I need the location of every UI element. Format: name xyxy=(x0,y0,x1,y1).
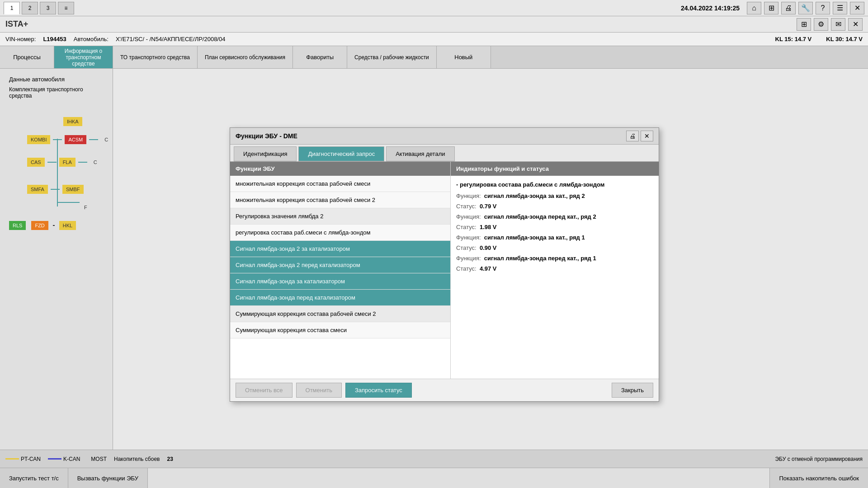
status-panel: Индикаторы функций и статуса - регулиров… xyxy=(451,162,659,379)
status-stat-row-1: Статус: 1.98 V xyxy=(456,224,653,230)
request-status-button[interactable]: Запросить статус xyxy=(345,383,412,398)
ecu-cancel-label: ЭБУ с отменой программирования xyxy=(775,456,863,462)
show-accumulator-button[interactable]: Показать накопитель ошибок xyxy=(769,468,868,488)
node-smfa[interactable]: SMFA xyxy=(27,185,48,194)
node-cas[interactable]: CAS xyxy=(27,158,45,167)
sidebar-item-car-data[interactable]: Данные автомобиля xyxy=(5,74,107,84)
ptcan-label: PT-CAN xyxy=(21,456,41,462)
functions-panel: Функции ЭБУ множительная коррекция соста… xyxy=(230,162,451,379)
tab-list[interactable]: ≡ xyxy=(58,2,74,14)
ptcan-line xyxy=(5,458,19,460)
nav-tab-favorites[interactable]: Фавориты xyxy=(293,46,347,68)
car-value: X'/E71/SC/ - /N54/АКПП/ЕСЕ/ЛР/2008/04 xyxy=(116,36,226,42)
grid-icon[interactable]: ⊞ xyxy=(764,2,778,14)
function-item-1[interactable]: множительная коррекция состава рабочей с… xyxy=(230,192,450,208)
status-stat-row-0: Статус: 0.79 V xyxy=(456,203,653,210)
nav-tab-resources[interactable]: Средства / рабочие жидкости xyxy=(347,46,437,68)
node-smbf[interactable]: SMBF xyxy=(62,185,84,194)
nav-tab-to[interactable]: ТО транспортного средства xyxy=(113,46,198,68)
status-stat-label-2: Статус: xyxy=(456,244,476,251)
dialog-title-icons: 🖨 ✕ xyxy=(626,131,653,141)
grid2-icon[interactable]: ⊞ xyxy=(797,18,811,31)
app-title: ISTA+ xyxy=(5,19,28,29)
status-row-0: Функция: сигнал лямбда-зонда за кат., ря… xyxy=(456,192,653,199)
status-func-value-0: сигнал лямбда-зонда за кат., ряд 2 xyxy=(484,192,585,199)
sidebar: Данные автомобиля Комплектация транспорт… xyxy=(0,69,113,450)
dialog-functions: Функции ЭБУ - DME 🖨 ✕ Идентификация Диаг… xyxy=(230,127,659,402)
top-bar: 1 2 3 ≡ 24.04.2022 14:19:25 ⌂ ⊞ 🖨 🔧 ? ☰ … xyxy=(0,0,868,16)
function-item-8[interactable]: Суммирующая коррекция состава рабочей см… xyxy=(230,306,450,322)
node-rls[interactable]: RLS xyxy=(9,221,26,230)
kl30: KL 30: 14.7 V xyxy=(826,36,863,42)
second-bar-icons: ⊞ ⚙ ✉ ✕ xyxy=(797,18,863,31)
close-dialog-button[interactable]: Закрыть xyxy=(612,383,653,398)
node-kombi[interactable]: KOMBI xyxy=(27,135,50,144)
close-icon[interactable]: ✕ xyxy=(850,2,864,14)
kl15: KL 15: 14.7 V xyxy=(775,36,812,42)
functions-header: Функции ЭБУ xyxy=(230,162,450,176)
tab-1[interactable]: 1 xyxy=(4,2,20,14)
status-header: Индикаторы функций и статуса xyxy=(451,162,659,176)
cancel-button[interactable]: Отменить xyxy=(296,383,342,398)
settings-icon[interactable]: ⚙ xyxy=(814,18,828,31)
email-icon[interactable]: ✉ xyxy=(831,18,845,31)
node-fla[interactable]: FLA xyxy=(59,158,75,167)
nav-tab-info[interactable]: Информация о транспортном средстве xyxy=(54,46,113,68)
status-stat-label-1: Статус: xyxy=(456,224,476,230)
cancel-all-button[interactable]: Отменить все xyxy=(236,383,292,398)
status-stat-value-2: 0.90 V xyxy=(480,244,497,251)
status-stat-value-3: 4.97 V xyxy=(480,265,497,272)
sidebar-item-equipment[interactable]: Комплектация транспортного средства xyxy=(5,84,107,101)
print-icon[interactable]: 🖨 xyxy=(781,2,796,14)
sidebar-menu: Данные автомобиля Комплектация транспорт… xyxy=(4,72,109,103)
function-item-4[interactable]: Сигнал лямбда-зонда 2 за катализатором xyxy=(230,241,450,257)
tools-icon[interactable]: 🔧 xyxy=(798,2,813,14)
nav-tab-new[interactable]: Новый xyxy=(437,46,491,68)
status-func-label-0: Функция: xyxy=(456,192,481,199)
status-func-label-1: Функция: xyxy=(456,213,481,220)
tab-2[interactable]: 2 xyxy=(22,2,38,14)
content-area: Функции ЭБУ - DME 🖨 ✕ Идентификация Диаг… xyxy=(113,69,868,450)
node-ihka[interactable]: IHKA xyxy=(63,117,82,126)
datetime: 24.04.2022 14:19:25 xyxy=(681,5,740,12)
dialog-tab-diagnostic[interactable]: Диагностический запрос xyxy=(298,146,384,161)
node-c1: C xyxy=(101,135,110,144)
call-functions-button[interactable]: Вызвать функции ЭБУ xyxy=(68,468,148,488)
help-icon[interactable]: ? xyxy=(816,2,830,14)
status-stat-label-3: Статус: xyxy=(456,265,476,272)
tab-3[interactable]: 3 xyxy=(40,2,56,14)
nav-tabs: Процессы Информация о транспортном средс… xyxy=(0,46,868,69)
accumulator-label: Накопитель сбоев xyxy=(114,456,160,462)
function-item-7[interactable]: Сигнал лямбда-зонда перед катализатором xyxy=(230,290,450,306)
top-icons: ⌂ ⊞ 🖨 🔧 ? ☰ ✕ xyxy=(747,2,864,14)
run-test-button[interactable]: Запустить тест т/с xyxy=(0,468,68,488)
function-item-6[interactable]: Сигнал лямбда-зонда за катализатором xyxy=(230,273,450,290)
car-label: Автомобиль: xyxy=(74,36,108,42)
kcan-label: K-CAN xyxy=(63,456,80,462)
node-acsm[interactable]: ACSM xyxy=(65,135,86,144)
dialog-title: Функции ЭБУ - DME xyxy=(236,132,297,140)
close2-icon[interactable]: ✕ xyxy=(848,18,863,31)
function-item-9[interactable]: Суммирующая коррекция состава смеси xyxy=(230,322,450,338)
node-c2: C xyxy=(90,158,99,167)
function-item-5[interactable]: Сигнал лямбда-зонда 2 перед катализаторо… xyxy=(230,257,450,273)
dialog-tab-activation[interactable]: Активация детали xyxy=(386,146,454,161)
node-fzd[interactable]: FZD xyxy=(31,221,48,230)
home-icon[interactable]: ⌂ xyxy=(747,2,761,14)
dialog-tab-identification[interactable]: Идентификация xyxy=(234,146,297,161)
status-title: - регулировка состава раб.смеси с лямбда… xyxy=(456,181,653,188)
status-row-2: Функция: сигнал лямбда-зонда за кат., ря… xyxy=(456,234,653,241)
menu-icon[interactable]: ☰ xyxy=(833,2,847,14)
vin-bar: VIN-номер: L194453 Автомобиль: X'/E71/SC… xyxy=(0,33,868,46)
accumulator-value: 23 xyxy=(167,456,173,462)
function-item-2[interactable]: Регулировка значения лямбда 2 xyxy=(230,208,450,225)
dialog-print-icon[interactable]: 🖨 xyxy=(626,131,639,141)
kcan-line xyxy=(48,458,61,460)
function-item-0[interactable]: множительная коррекция состава рабочей с… xyxy=(230,176,450,192)
nav-tab-plan[interactable]: План сервисного обслуживания xyxy=(198,46,293,68)
nav-tab-processes[interactable]: Процессы xyxy=(0,46,54,68)
function-item-3[interactable]: регулировка состава раб.смеси с лямбда-з… xyxy=(230,225,450,241)
node-hkl[interactable]: HKL xyxy=(59,221,76,230)
dialog-close-icon[interactable]: ✕ xyxy=(641,131,653,141)
node-f: F xyxy=(80,203,90,212)
